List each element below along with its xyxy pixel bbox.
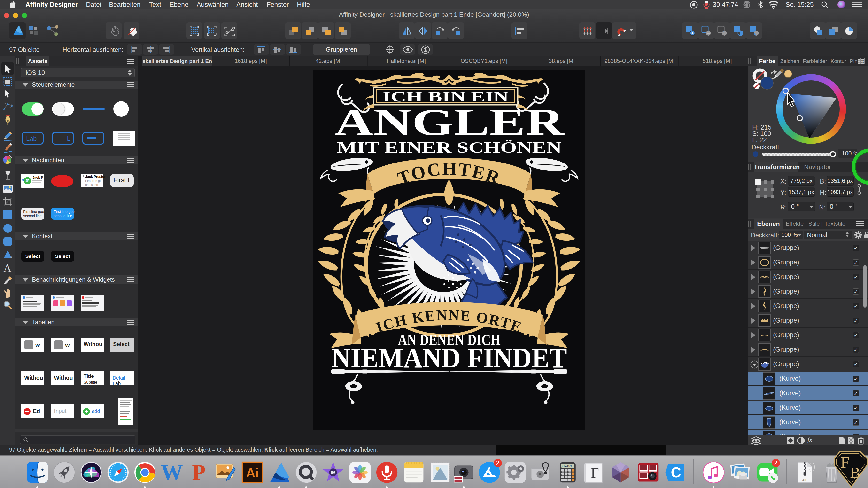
svg-text:B: B: [850, 464, 861, 481]
svg-text:NIEMAND FINDET: NIEMAND FINDET: [332, 342, 567, 373]
svg-text:F: F: [841, 454, 849, 471]
svg-text:ANGLER: ANGLER: [335, 101, 565, 143]
svg-text:Ai: Ai: [246, 466, 259, 480]
svg-text:3.141593: 3.141593: [561, 464, 573, 468]
svg-text:ZIP: ZIP: [802, 478, 807, 481]
svg-text:MIT EINER SCHÖNEN: MIT EINER SCHÖNEN: [337, 139, 562, 156]
svg-text:P: P: [192, 461, 206, 484]
svg-text:F: F: [591, 465, 599, 481]
svg-text:W: W: [161, 461, 183, 484]
svg-text:C: C: [671, 464, 681, 480]
